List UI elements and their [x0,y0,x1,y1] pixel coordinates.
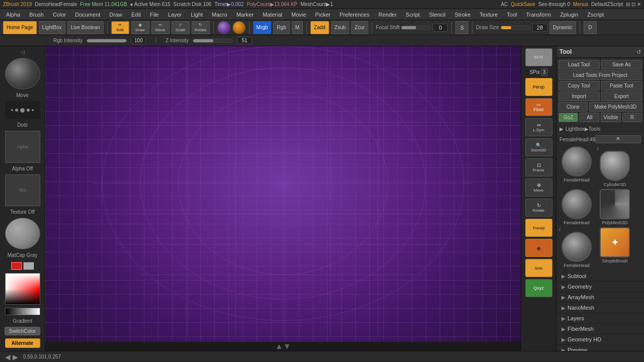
menu-render[interactable]: Render [374,11,400,19]
m-btn[interactable]: M [292,21,303,34]
menu-marker[interactable]: Marker [232,11,258,19]
color-picker[interactable] [5,273,40,305]
alternate-btn[interactable]: Alternate [5,338,40,348]
menu-stencil[interactable]: Stencil [425,11,449,19]
scale-btn[interactable]: ⤢ Scale [172,21,190,34]
menu-color[interactable]: Color [49,11,70,19]
rotate-btn[interactable]: ↻ Rotate [192,21,210,34]
paste-tool-btn[interactable]: Paste Tool [601,81,642,90]
menu-transform[interactable]: Transform [522,11,555,19]
menu-macro[interactable]: Macro [208,11,231,19]
current-tool-r-btn[interactable]: R [595,135,641,143]
move-3d-btn[interactable]: ✥ Move [525,178,552,197]
left-panel-collapse[interactable]: ◁ [21,49,25,55]
menu-light[interactable]: Light [187,11,207,19]
zcur-btn[interactable]: Zcur [351,21,368,34]
live-boolean-btn[interactable]: Live Boolean [67,21,104,34]
tool-thumb-simplebrush[interactable]: ✦ SimpleBrush [597,227,633,268]
menu-edit[interactable]: Edit [127,11,145,19]
tool-thumb-femalehead3[interactable]: 2 FemaleHead [558,227,595,268]
bpr-btn[interactable]: BPR [525,48,552,66]
persp-btn[interactable]: Persp [525,78,552,96]
alpha-preview[interactable]: Alpha [5,131,40,162]
chisel-btn[interactable]: ◈ [525,239,552,257]
floor-btn[interactable]: ▭ Floor [525,98,552,116]
rgb-intensity-slider[interactable] [87,39,127,43]
zoom3d-btn[interactable]: 🔍 Zoom3D [525,138,552,156]
matcap-circle[interactable] [232,21,246,34]
d-btn[interactable]: D [584,21,597,34]
draw-size-slider[interactable] [501,26,531,30]
zadd-btn[interactable]: Zadd [310,21,329,34]
menu-zplugin[interactable]: Zplugin [556,11,582,19]
quick-save-btn[interactable]: QuickSave [511,2,535,7]
menu-preferences[interactable]: Preferences [336,11,373,19]
all-btn[interactable]: All [580,113,599,122]
lightbox-btn[interactable]: LightBox [39,21,65,34]
rotate-3d-btn[interactable]: ↻ Rotate [525,199,552,217]
menu-picker[interactable]: Picker [311,11,335,19]
menu-texture[interactable]: Texture [475,11,502,19]
menu-layer[interactable]: Layer [164,11,186,19]
home-page-btn[interactable]: Home Page [3,21,37,34]
r-btn[interactable]: R [622,113,642,122]
mrgb-btn[interactable]: Mrgb [253,21,272,34]
z-intensity-value[interactable]: 51 [237,37,252,44]
menu-arraymesh[interactable]: ▶ArrayMesh [556,292,644,303]
clone-btn[interactable]: Clone [558,102,588,112]
menu-file[interactable]: File [146,11,163,19]
spix-value[interactable]: 3 [541,68,548,76]
texture-preview[interactable]: Tex [5,174,40,206]
tool-thumb-femalehead1[interactable]: FemaleHead [558,146,595,187]
draw-btn[interactable]: ◉ Draw [131,21,149,34]
tool-thumb-femalehead2[interactable]: FemaleHead [558,189,595,225]
visible-btn[interactable]: Visible [601,113,620,122]
frame-btn[interactable]: ⊡ Frame [525,158,552,176]
menus-btn[interactable]: Menus [573,2,588,7]
matcap-preview[interactable] [5,218,40,249]
save-as-btn[interactable]: Save As [601,60,642,69]
load-from-project-btn[interactable]: Load Tools From Project [558,70,642,80]
status-nav-arrows[interactable]: ◀ ▶ [5,353,18,361]
rgb-btn[interactable]: Rgb [273,21,289,34]
zsub-btn[interactable]: Zsub [331,21,349,34]
focal-slider[interactable] [401,26,431,30]
window-controls[interactable]: ⊟ ⊡ ✕ [626,2,641,7]
edit-btn[interactable]: ✏ Edit [111,21,129,34]
menu-draw[interactable]: Draw [105,11,126,19]
make-polymesh-btn[interactable]: Make PolyMesh3D [589,102,642,112]
menu-zscript[interactable]: Zscript [583,11,608,19]
menu-document[interactable]: Document [71,11,104,19]
tool-refresh-btn[interactable]: ↺ [636,49,641,55]
focal-value[interactable]: 0 [433,24,448,32]
menu-layers[interactable]: ▶Layers [556,313,644,324]
menu-preview[interactable]: ▶Preview [556,345,644,351]
menu-alpha[interactable]: Alpha [2,11,24,19]
transp-btn[interactable]: Transp [525,219,552,237]
menu-nanomesh[interactable]: ▶NanoMesh [556,303,644,313]
tool-thumb-cylinder[interactable]: 2 Cylinder3D [597,146,633,187]
copy-tool-btn[interactable]: Copy Tool [558,81,600,90]
menu-movie[interactable]: Movie [287,11,310,19]
lightbox-tools[interactable]: ▶ Lightbox▶Tools [556,124,644,134]
qxyz-btn[interactable]: Qxyz [525,279,552,297]
menu-brush[interactable]: Brush [25,11,48,19]
menu-geometry[interactable]: ▶Geometry [556,282,644,292]
import-btn[interactable]: Import [558,92,600,101]
menu-tool[interactable]: Tool [503,11,521,19]
color-circle[interactable] [217,21,230,34]
move-btn[interactable]: ⇔ Move [151,21,170,34]
menu-script[interactable]: Script [401,11,424,19]
gradient-bar[interactable] [5,308,40,315]
goz-btn[interactable]: GoZ [558,113,578,122]
brush-preview[interactable] [5,58,40,89]
solo-btn[interactable]: Solo [525,259,552,277]
tool-thumb-polymesh[interactable]: PolyMesh3D [597,189,633,225]
see-through-btn[interactable]: See-through 0 [538,2,570,7]
lsym-btn[interactable]: ⇔ L.Sym [525,118,552,136]
symmetry-btn[interactable]: S [455,21,468,34]
z-intensity-slider[interactable] [193,39,233,43]
menu-material[interactable]: Material [259,11,286,19]
dynamic-btn[interactable]: Dynamic [549,21,576,34]
export-btn[interactable]: Export [601,92,642,101]
